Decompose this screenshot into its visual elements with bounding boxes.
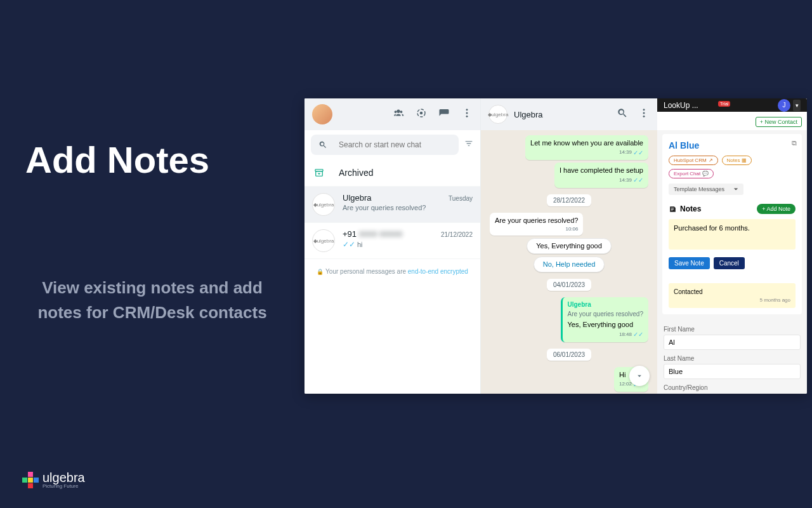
contact-card: ⧉ Al Blue HubSpot CRM ↗ Notes ▦ Export C… xyxy=(662,134,802,314)
message-out[interactable]: Let me know when you are available 14:39… xyxy=(525,135,648,160)
chat-item-ulgebra[interactable]: ◆ulgebra Ulgebra Tuesday Are your querie… xyxy=(304,187,480,223)
tag-export-chat[interactable]: Export Chat 💬 xyxy=(669,169,714,178)
notes-icon xyxy=(669,205,677,213)
chat-avatar: ◆ulgebra xyxy=(312,193,335,216)
chat-icon: 💬 xyxy=(702,171,709,177)
note-text: Contacted xyxy=(674,288,703,295)
svg-rect-12 xyxy=(671,210,673,210)
app-window: Archived ◆ulgebra Ulgebra Tuesday Are yo… xyxy=(304,98,807,394)
brand-logo: ulgebra Picturing Future xyxy=(22,471,85,489)
notes-heading: Notes xyxy=(669,204,701,213)
lock-icon: 🔒 xyxy=(317,269,324,275)
svg-point-4 xyxy=(466,116,468,117)
message-out[interactable]: I have completed the setup 14:39✓✓ xyxy=(554,163,648,187)
quick-reply-button[interactable]: No, Help needed xyxy=(534,257,605,272)
note-item[interactable]: Contacted 5 months ago xyxy=(669,283,796,308)
chat-name: +91 0000 00000 xyxy=(343,229,402,239)
search-box[interactable] xyxy=(311,135,459,155)
tag-hubspot[interactable]: HubSpot CRM ↗ xyxy=(669,156,718,165)
tag-notes[interactable]: Notes ▦ xyxy=(722,156,752,165)
menu-icon[interactable] xyxy=(461,107,473,121)
status-icon[interactable] xyxy=(416,107,427,121)
date-separator: 04/01/2023 xyxy=(547,279,591,291)
external-link-icon: ↗ xyxy=(709,157,713,163)
last-name-input[interactable] xyxy=(664,364,801,379)
hero-subtitle: View existing notes and add notes for CR… xyxy=(25,276,279,325)
new-contact-button[interactable]: + New Contact xyxy=(756,117,802,127)
lookup-panel: LookUp ... Trial J ▾ + New Contact ⧉ Al … xyxy=(657,98,807,394)
svg-point-1 xyxy=(420,112,423,115)
open-external-icon[interactable]: ⧉ xyxy=(792,139,797,147)
save-note-button[interactable]: Save Note xyxy=(669,257,710,269)
chat-search-icon[interactable] xyxy=(617,107,628,121)
archived-label: Archived xyxy=(339,168,373,178)
archive-icon xyxy=(313,167,325,178)
filter-icon[interactable] xyxy=(464,138,474,151)
chat-panel: ◆ulgebra Ulgebra Let me know when you ar… xyxy=(481,98,657,394)
country-label: Country/Region xyxy=(664,384,801,391)
svg-point-2 xyxy=(466,109,468,110)
hero-title: Add Notes xyxy=(25,140,279,180)
last-name-label: Last Name xyxy=(664,355,801,362)
user-avatar[interactable]: J xyxy=(778,99,790,112)
message-out-quoted[interactable]: Ulgebra Are your queries resolved? Yes, … xyxy=(561,297,648,342)
new-chat-icon[interactable] xyxy=(438,107,450,121)
encryption-link[interactable]: end-to-end encrypted xyxy=(408,268,468,275)
encryption-notice: 🔒Your personal messages are end-to-end e… xyxy=(304,259,480,284)
chat-time: Tuesday xyxy=(449,195,473,202)
date-separator: 06/01/2023 xyxy=(547,349,591,361)
trial-badge: Trial xyxy=(718,101,730,107)
first-name-input[interactable] xyxy=(664,335,801,350)
contact-name[interactable]: Al Blue xyxy=(669,140,796,150)
svg-point-9 xyxy=(643,116,645,117)
chat-preview: ✓✓hi xyxy=(343,240,473,249)
svg-point-7 xyxy=(643,109,645,110)
chat-list-panel: Archived ◆ulgebra Ulgebra Tuesday Are yo… xyxy=(304,98,481,394)
note-textarea[interactable] xyxy=(669,219,796,250)
contact-fields: First Name Last Name Country/Region xyxy=(657,318,807,394)
chat-item-phone[interactable]: ◆ulgebra +91 0000 00000 21/12/2022 ✓✓hi xyxy=(304,223,480,259)
quick-reply-button[interactable]: Yes, Everything good xyxy=(527,238,612,254)
template-messages-dropdown[interactable]: Template Messages xyxy=(669,184,743,195)
brand-name: ulgebra xyxy=(43,471,85,485)
profile-avatar[interactable] xyxy=(312,104,332,124)
scroll-down-button[interactable] xyxy=(629,366,650,386)
archived-row[interactable]: Archived xyxy=(304,159,480,187)
search-input[interactable] xyxy=(339,140,451,149)
svg-point-3 xyxy=(466,112,468,114)
chat-avatar: ◆ulgebra xyxy=(312,229,335,252)
svg-rect-10 xyxy=(671,208,674,208)
note-icon: ▦ xyxy=(742,157,747,163)
message-in[interactable]: Are your queries resolved? 10:06 xyxy=(490,213,583,236)
user-menu-toggle[interactable]: ▾ xyxy=(793,100,801,111)
chat-header-title[interactable]: Ulgebra xyxy=(514,110,543,119)
chat-preview: Are your queries resolved? xyxy=(343,204,473,211)
svg-point-8 xyxy=(643,112,645,114)
search-icon xyxy=(318,140,327,149)
note-timestamp: 5 months ago xyxy=(674,297,790,303)
chat-name: Ulgebra xyxy=(343,193,372,203)
first-name-label: First Name xyxy=(664,326,801,333)
chat-header-avatar[interactable]: ◆ulgebra xyxy=(488,105,508,124)
chat-time: 21/12/2022 xyxy=(441,231,473,238)
list-header xyxy=(304,98,480,130)
lookup-header: LookUp ... Trial J ▾ xyxy=(657,98,807,112)
cancel-note-button[interactable]: Cancel xyxy=(714,257,745,269)
chat-menu-icon[interactable] xyxy=(638,107,650,121)
communities-icon[interactable] xyxy=(393,107,404,121)
date-separator: 28/12/2022 xyxy=(547,194,591,206)
chat-header: ◆ulgebra Ulgebra xyxy=(481,98,657,130)
svg-rect-11 xyxy=(671,208,674,209)
lookup-title: LookUp ... xyxy=(664,101,698,110)
add-note-button[interactable]: + Add Note xyxy=(757,204,796,214)
chevron-down-icon xyxy=(733,187,738,192)
